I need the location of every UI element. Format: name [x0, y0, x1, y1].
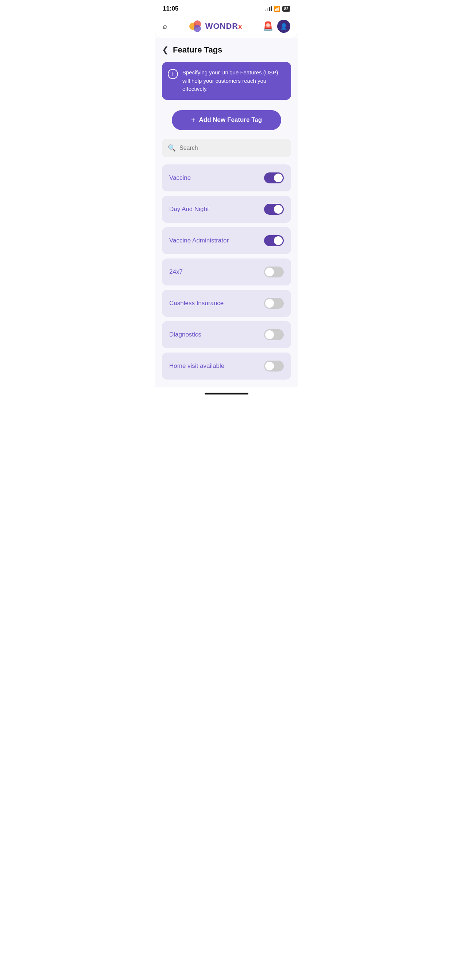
home-indicator [155, 387, 298, 398]
logo-sub: x [238, 23, 242, 30]
avatar[interactable]: 👤 [277, 20, 290, 33]
tag-item: Day And Night [162, 196, 291, 223]
back-button[interactable]: ❮ [162, 45, 169, 55]
nav-bar: ⌕ WONDRx 🚨 👤 [155, 15, 298, 38]
page-content: ❮ Feature Tags i Specifying your Unique … [155, 38, 298, 387]
tag-toggle[interactable] [264, 267, 284, 277]
toggle-slider [264, 267, 284, 277]
search-icon[interactable]: ⌕ [163, 22, 167, 31]
status-time: 11:05 [163, 5, 179, 13]
search-icon: 🔍 [168, 144, 176, 152]
tag-label: Vaccine [169, 174, 191, 181]
tag-toggle[interactable] [264, 204, 284, 215]
logo: WONDRx [188, 19, 242, 33]
tag-toggle[interactable] [264, 298, 284, 309]
tag-label: Diagnostics [169, 331, 201, 338]
tag-toggle[interactable] [264, 329, 284, 340]
toggle-slider [264, 361, 284, 372]
tag-item: Diagnostics [162, 321, 291, 348]
toggle-slider [264, 329, 284, 340]
tag-item: 24x7 [162, 258, 291, 285]
plus-icon: + [191, 116, 196, 124]
page-title: Feature Tags [173, 45, 222, 55]
signal-icon [265, 6, 272, 11]
battery-icon: 82 [282, 6, 290, 12]
add-button-label: Add New Feature Tag [199, 116, 262, 124]
status-bar: 11:05 📶 82 [155, 0, 298, 15]
status-icons: 📶 82 [265, 6, 290, 12]
tag-label: Day And Night [169, 205, 209, 213]
tag-label: 24x7 [169, 268, 183, 275]
tag-label: Home visit available [169, 363, 224, 370]
logo-text: WONDRx [205, 22, 242, 31]
add-feature-tag-button[interactable]: + Add New Feature Tag [172, 110, 282, 130]
toggle-slider [264, 172, 284, 183]
info-banner: i Specifying your Unique Features (USP) … [162, 62, 291, 100]
info-icon: i [168, 69, 178, 79]
tag-item: Cashless Insurance [162, 290, 291, 317]
tag-item: Home visit available [162, 353, 291, 380]
tag-label: Cashless Insurance [169, 300, 223, 307]
back-nav: ❮ Feature Tags [162, 45, 291, 55]
tag-item: Vaccine [162, 164, 291, 191]
svg-point-2 [194, 25, 201, 32]
home-bar [205, 393, 248, 395]
tag-toggle[interactable] [264, 172, 284, 183]
wifi-icon: 📶 [274, 6, 280, 12]
toggle-slider [264, 235, 284, 246]
search-input[interactable] [179, 145, 285, 151]
tag-toggle[interactable] [264, 361, 284, 372]
tag-label: Vaccine Administrator [169, 237, 229, 244]
notification-icon[interactable]: 🚨 [263, 21, 274, 31]
toggle-slider [264, 204, 284, 215]
nav-actions: 🚨 👤 [263, 20, 290, 33]
tag-toggle[interactable] [264, 235, 284, 246]
search-bar: 🔍 [162, 139, 291, 157]
tag-list: VaccineDay And NightVaccine Administrato… [162, 164, 291, 380]
banner-text: Specifying your Unique Features (USP) wi… [182, 68, 285, 93]
logo-icon [188, 19, 203, 33]
toggle-slider [264, 298, 284, 309]
tag-item: Vaccine Administrator [162, 227, 291, 254]
